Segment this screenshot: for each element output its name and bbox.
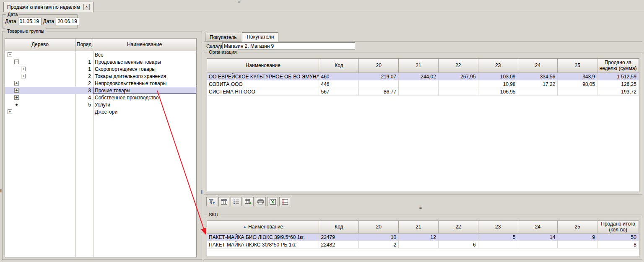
column-header-name[interactable]: Наименование (93, 39, 196, 51)
column-header-name[interactable]: ▲ Наименование (207, 221, 319, 233)
date-from-input[interactable] (18, 18, 42, 25)
table-row[interactable]: ПАКЕТ-МАЙКА ЛЮКС 30/8*50 РБ 1кг. 22482 2… (207, 241, 639, 249)
column-header-week-25[interactable]: 25 (558, 221, 597, 233)
expand-icon[interactable]: + (21, 74, 26, 78)
column-header-week-24[interactable]: 24 (518, 59, 558, 73)
table-add-icon[interactable] (243, 197, 254, 206)
week-cell (518, 88, 558, 96)
week-cell: 2 (359, 241, 399, 249)
week-cell (439, 80, 478, 88)
column-header-code[interactable]: Код (319, 221, 359, 233)
order-cell (75, 51, 93, 58)
table-format-icon[interactable] (279, 197, 290, 206)
week-cell: 98,05 (558, 80, 597, 88)
column-header-week-21[interactable]: 21 (399, 59, 439, 73)
columns-icon[interactable] (218, 197, 229, 206)
expand-icon[interactable]: + (14, 88, 19, 93)
total-cell: 8 (597, 241, 639, 249)
week-cell: 219,07 (359, 73, 399, 80)
document-tab[interactable]: Продажи клиентам по неделям × (3, 2, 93, 12)
organization-groupbox: Организация Наименование Код 20 21 22 23… (204, 52, 642, 195)
table-row[interactable]: СИСТЕМА НП ООО 567 86,77 106,95 193,72 (207, 88, 639, 96)
leaf-node-icon: ● (14, 102, 19, 107)
column-header-total[interactable]: Продано за неделю (сумма) (597, 59, 639, 73)
name-cell: ОО ЕВРЕЙСКОЕ КУЛЬТУРНОЕ ОБ-ВО ЭМУНА (207, 73, 319, 80)
week-cell: 10,98 (478, 80, 518, 88)
week-cell: 267,95 (439, 73, 478, 80)
collapse-icon[interactable]: − (14, 60, 19, 64)
tree-header-row: Дерево Поряд Наименование (5, 39, 196, 51)
print-icon[interactable] (255, 197, 266, 206)
tab-buyers[interactable]: Покупатели (242, 32, 278, 42)
column-header-week-25[interactable]: 25 (558, 59, 597, 73)
excel-export-icon[interactable] (267, 197, 278, 206)
tree-row-selected[interactable]: + 3 Прочие товары (5, 87, 196, 94)
week-cell: 17,22 (518, 80, 558, 88)
date-to-input[interactable] (56, 18, 79, 25)
code-cell: 567 (319, 88, 359, 96)
column-header-week-20[interactable]: 20 (359, 59, 399, 73)
close-icon[interactable]: × (83, 4, 90, 10)
expand-icon[interactable]: + (14, 81, 19, 86)
week-cell: 244,02 (399, 73, 439, 80)
tree-row[interactable]: + 1 Скоропортящиеся товары (5, 65, 196, 73)
column-header-total[interactable]: Продано итого (кол-во) (597, 221, 639, 233)
week-cell (478, 241, 518, 249)
document-tab-label: Продажи клиентам по неделям (7, 4, 80, 10)
column-header-code[interactable]: Код (319, 59, 359, 73)
panel-splitter-handle[interactable]: ‖ (201, 191, 203, 194)
filter-add-icon[interactable] (206, 197, 217, 206)
expand-icon[interactable]: + (14, 95, 19, 100)
column-header-week-23[interactable]: 23 (478, 221, 518, 233)
column-header-order[interactable]: Поряд (75, 39, 93, 51)
tree-row[interactable]: + 4 Собственное производство (5, 94, 196, 101)
tree-row[interactable]: + 2 Товары длительного хранения (5, 73, 196, 80)
column-header-week-20[interactable]: 20 (359, 221, 399, 233)
tree-row[interactable]: + 2 Непродовольственные товары (5, 80, 196, 87)
tree-row[interactable]: ● 5 Услуги (5, 101, 196, 108)
week-cell (439, 233, 478, 241)
groups-groupbox: Товарные группы Дерево Поряд Наименовани… (2, 31, 202, 260)
tab-buyer[interactable]: Покупатель (205, 33, 241, 42)
list-settings-icon[interactable] (231, 197, 242, 206)
tree-row[interactable]: − 1 Продовольственные товары (5, 58, 196, 65)
order-cell: 1 (75, 58, 93, 65)
left-edge-splitter-handle[interactable]: ‖ (0, 189, 2, 193)
grid-toolbar (206, 197, 290, 206)
column-header-name[interactable]: Наименование (207, 59, 319, 73)
tree-row[interactable]: + Джестори (5, 108, 196, 115)
expand-icon[interactable]: + (21, 67, 26, 71)
expand-icon[interactable]: + (8, 109, 12, 114)
tree-cell: − (5, 58, 75, 65)
column-header-week-21[interactable]: 21 (399, 221, 439, 233)
tree-row[interactable]: − Все (5, 51, 196, 58)
name-cell: Прочие товары (93, 87, 196, 94)
sku-table: ▲ Наименование Код 20 21 22 23 24 25 Про… (207, 220, 639, 257)
week-cell (399, 241, 439, 249)
date-groupbox-legend: Дата (6, 11, 19, 17)
week-cell (558, 241, 597, 249)
code-cell: 460 (319, 73, 359, 80)
top-splitter-handle[interactable]: ≡ (238, 0, 240, 4)
horizontal-splitter-handle[interactable]: = (419, 207, 422, 210)
column-header-week-22[interactable]: 22 (439, 59, 478, 73)
column-header-week-22[interactable]: 22 (439, 221, 478, 233)
groups-groupbox-legend: Товарные группы (5, 28, 46, 34)
order-cell: 2 (75, 80, 93, 87)
table-row-selected[interactable]: ОО ЕВРЕЙСКОЕ КУЛЬТУРНОЕ ОБ-ВО ЭМУНА 460 … (207, 73, 639, 80)
name-cell: ПАКЕТ-МАЙКА БИО ЛЮКС 39/9.5*60 1кг. (207, 233, 319, 241)
column-header-tree[interactable]: Дерево (5, 39, 75, 51)
table-row-selected[interactable]: ПАКЕТ-МАЙКА БИО ЛЮКС 39/9.5*60 1кг. 2247… (207, 233, 639, 241)
date-to-label: Дата (43, 18, 55, 24)
table-row[interactable]: СОВИТА ООО 446 10,98 17,22 98,05 126,25 (207, 80, 639, 88)
name-cell: Собственное производство (93, 94, 196, 101)
week-cell: 334,56 (518, 73, 558, 80)
buyer-tabs: Покупатель Покупатели (205, 32, 279, 42)
week-cell (558, 88, 597, 96)
column-header-week-23[interactable]: 23 (478, 59, 518, 73)
sku-groupbox-legend: SKU (207, 212, 220, 218)
column-header-week-24[interactable]: 24 (518, 221, 558, 233)
collapse-icon[interactable]: − (8, 52, 12, 57)
week-cell: 103,09 (478, 73, 518, 80)
warehouses-input[interactable] (222, 42, 355, 50)
